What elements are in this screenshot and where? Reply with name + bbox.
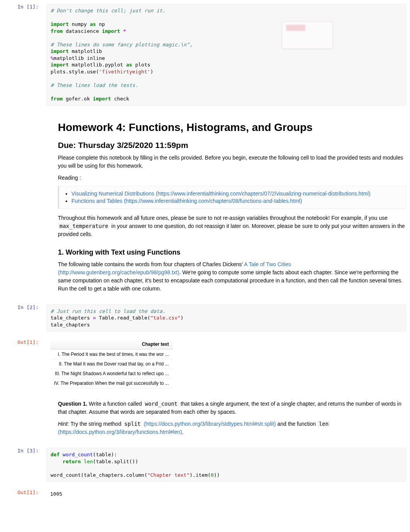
output-value: 1005 [50, 490, 313, 498]
prompt-out-1: Out[1]: [0, 337, 42, 390]
table-row: III. The Night Shadows A wonderful fact … [50, 369, 173, 379]
prompt-in-1: In [1]: [0, 2, 42, 108]
code-cell-2: In [2]: # Just run this cell to load the… [0, 301, 410, 336]
watermark-stamp [282, 21, 333, 49]
reading-label: Reading : [58, 175, 81, 181]
reading-link-1[interactable]: Visualizing Numerical Distributions (htt… [71, 190, 401, 197]
hint-paragraph: Hint: Try the string method split (https… [58, 420, 406, 436]
page-title: Homework 4: Functions, Histograms, and G… [58, 121, 406, 134]
code-cell-1: In [1]: # Don't change this cell; just r… [0, 0, 410, 110]
reading-link-2[interactable]: Functions and Tables (https://www.infere… [71, 198, 401, 204]
due-heading: Due: Thursday 3/25/2020 11:59pm [58, 141, 406, 150]
prompt-in-2: In [2]: [0, 303, 42, 334]
code-area-1[interactable]: # Don't change this cell; just run it. i… [46, 4, 406, 106]
len-doc-link[interactable]: (https://docs.python.org/3/library/funct… [58, 429, 182, 435]
code-cell-3: In [3]: def word_count(table): return le… [0, 444, 410, 486]
output-cell-2: Out[1]: 1005 [0, 486, 410, 502]
table-row: I. The Period It was the best of times, … [50, 350, 173, 359]
code-area-3[interactable]: def word_count(table): return len(table.… [46, 448, 406, 482]
prompt-in-3: In [3]: [0, 446, 42, 484]
section-1-paragraph: The following table contains the words f… [58, 260, 406, 293]
chapters-table: Chapter text I. The Period It was the be… [50, 339, 173, 388]
code-area-2[interactable]: # Just run this cell to load the data. t… [46, 304, 406, 332]
markdown-cell-heading: Homework 4: Functions, Histograms, and G… [0, 110, 410, 301]
section-1-heading: 1. Working with Text using Functions [58, 248, 406, 257]
prompt-out-2: Out[1]: [0, 488, 42, 500]
question-1: Question 1. Write a function called word… [58, 400, 406, 416]
table-header: Chapter text [50, 339, 173, 350]
instructions-paragraph: Throughout this homework and all future … [58, 214, 406, 238]
table-row: IV. The Preparation When the mail got su… [50, 379, 173, 388]
table-row: II. The Mail It was the Dover road that … [50, 359, 173, 369]
output-cell-1: Out[1]: Chapter text I. The Period It wa… [0, 335, 410, 392]
markdown-cell-q1: Question 1. Write a function called word… [0, 392, 410, 444]
split-doc-link[interactable]: (https://docs.python.org/3/library/stdty… [142, 421, 276, 427]
intro-paragraph: Please complete this notebook by filling… [58, 154, 406, 170]
reading-box: Visualizing Numerical Distributions (htt… [58, 186, 406, 209]
